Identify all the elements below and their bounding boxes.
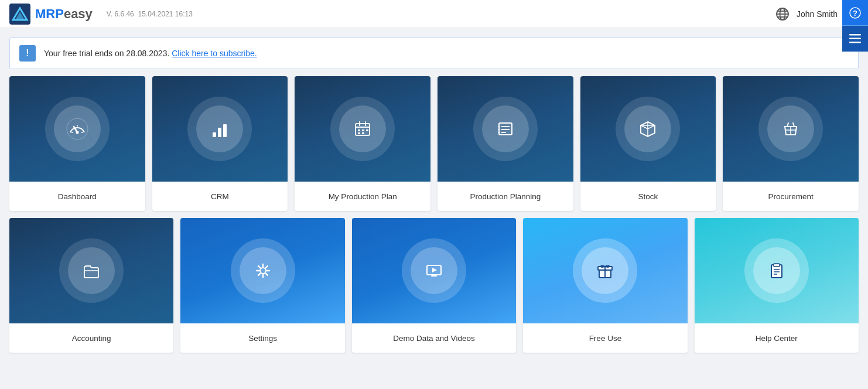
- tile-my-production-plan-label: My Production Plan: [295, 182, 430, 211]
- svg-point-15: [76, 131, 78, 134]
- side-buttons-container: ?: [842, 0, 868, 52]
- tile-help-center-label: Help Center: [695, 323, 859, 353]
- svg-rect-26: [358, 129, 360, 131]
- svg-rect-21: [223, 124, 227, 137]
- svg-rect-4: [849, 42, 861, 43]
- tile-crm[interactable]: CRM: [152, 76, 288, 211]
- tile-stock-label: Stock: [580, 182, 716, 211]
- svg-rect-49: [774, 264, 780, 267]
- tile-demo-data[interactable]: Demo Data and Videos: [352, 218, 516, 353]
- tile-crm-label: CRM: [152, 182, 288, 211]
- tile-accounting-label: Accounting: [9, 323, 173, 353]
- header: MRPeasy V. 6.6.46 15.04.2021 16:13 John …: [0, 0, 868, 28]
- tile-procurement-bg: [723, 76, 859, 182]
- tile-procurement-label: Procurement: [723, 182, 859, 211]
- tile-help-center[interactable]: Help Center: [695, 218, 859, 353]
- tile-production-planning[interactable]: Production Planning: [438, 76, 573, 211]
- svg-point-40: [260, 268, 266, 274]
- alert-banner: ! Your free trial ends on 28.08.2023. Cl…: [9, 37, 859, 69]
- tile-procurement[interactable]: Procurement: [723, 76, 859, 211]
- version-text: V. 6.6.46 15.04.2021 16:13: [107, 10, 193, 18]
- svg-rect-20: [218, 128, 221, 137]
- tiles-row-1: Dashboard: [9, 76, 859, 211]
- logo-icon: [9, 4, 30, 25]
- menu-side-button[interactable]: [842, 26, 868, 52]
- tile-accounting[interactable]: Accounting: [9, 218, 173, 353]
- tile-help-center-bg: [695, 218, 859, 323]
- logo-area: MRPeasy V. 6.6.46 15.04.2021 16:13: [9, 4, 193, 25]
- tile-production-planning-bg: [438, 76, 573, 182]
- svg-marker-42: [432, 268, 437, 272]
- svg-point-35: [498, 126, 500, 128]
- tiles-row-2: Accounting: [9, 218, 859, 353]
- tile-stock-bg: [580, 76, 716, 182]
- tile-demo-label: Demo Data and Videos: [352, 323, 516, 353]
- globe-icon[interactable]: [775, 7, 790, 21]
- tile-accounting-bg: [9, 218, 173, 323]
- svg-rect-28: [366, 129, 368, 131]
- main-content: Dashboard: [0, 76, 868, 362]
- tile-crm-bg: [152, 76, 288, 182]
- tile-dashboard[interactable]: Dashboard: [9, 76, 145, 211]
- tile-free-use-bg: [523, 218, 687, 323]
- tile-settings-label: Settings: [180, 323, 344, 353]
- tile-settings[interactable]: Settings: [180, 218, 344, 353]
- help-side-button[interactable]: ?: [842, 0, 868, 26]
- svg-rect-3: [849, 38, 861, 40]
- tile-dashboard-bg: [9, 76, 145, 182]
- tile-settings-bg: [180, 218, 344, 323]
- svg-rect-30: [362, 132, 364, 134]
- tile-demo-bg: [352, 218, 516, 323]
- user-name-label: John Smith: [797, 9, 838, 19]
- tile-free-use-label: Free Use: [523, 323, 687, 353]
- svg-text:?: ?: [853, 9, 857, 18]
- svg-rect-2: [849, 34, 861, 36]
- svg-rect-27: [362, 129, 364, 131]
- tile-my-production-plan[interactable]: My Production Plan: [295, 76, 430, 211]
- svg-point-14: [67, 118, 88, 139]
- logo-text: MRPeasy: [35, 6, 93, 22]
- tile-production-planning-label: Production Planning: [438, 182, 573, 211]
- tile-production-plan-bg: [295, 76, 430, 182]
- alert-icon: !: [19, 45, 36, 62]
- svg-point-37: [498, 132, 500, 134]
- alert-message: Your free trial ends on 28.08.2023. Clic…: [44, 49, 257, 58]
- svg-rect-29: [358, 132, 360, 134]
- tile-stock[interactable]: Stock: [580, 76, 716, 211]
- subscribe-link[interactable]: Click here to subscribe.: [172, 49, 257, 58]
- tile-dashboard-label: Dashboard: [9, 182, 145, 211]
- tile-free-use[interactable]: Free Use: [523, 218, 687, 353]
- svg-point-36: [498, 129, 500, 131]
- svg-rect-19: [213, 132, 216, 137]
